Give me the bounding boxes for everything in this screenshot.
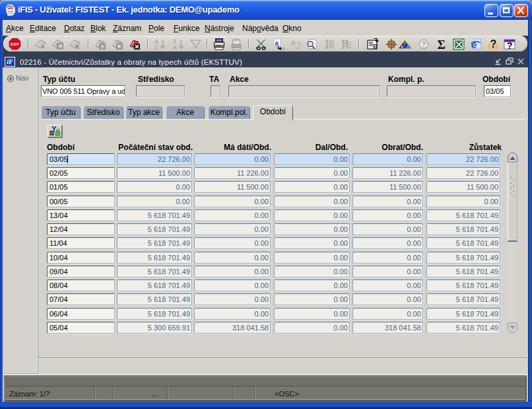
svg-text:EXIT: EXIT: [11, 42, 19, 46]
svg-text:?: ?: [507, 40, 513, 51]
svg-text:Σ: Σ: [438, 38, 446, 51]
svg-text:a: a: [292, 39, 296, 46]
svg-text:?: ?: [490, 38, 497, 50]
svg-text:Z: Z: [154, 44, 158, 51]
svg-text:A: A: [173, 44, 177, 51]
svg-text:1315: 1315: [421, 46, 426, 49]
svg-text:a: a: [282, 46, 285, 51]
svg-text:e: e: [471, 39, 477, 50]
svg-text:?: ?: [101, 44, 104, 50]
svg-text:a: a: [275, 40, 279, 47]
